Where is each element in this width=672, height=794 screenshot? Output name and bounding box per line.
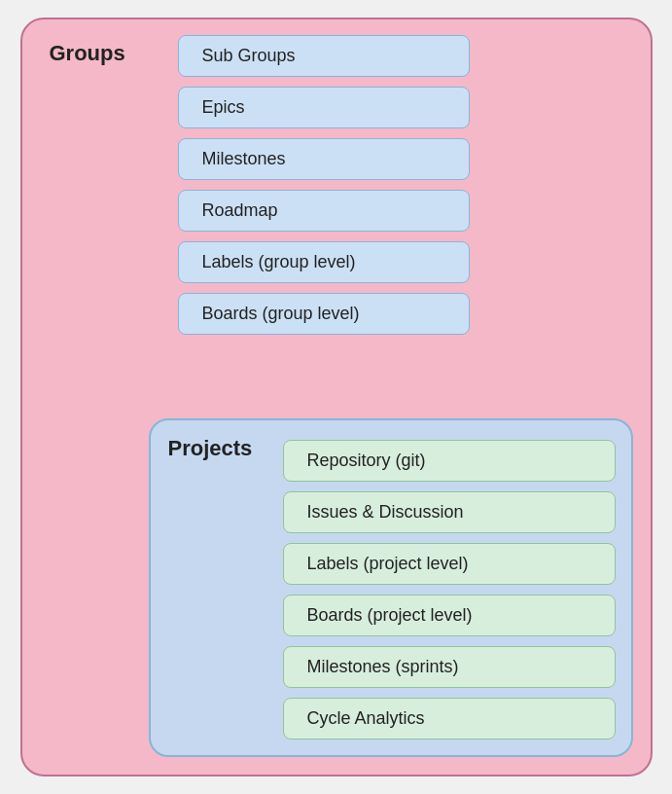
list-item-labels-project: Labels (project level) — [283, 543, 616, 585]
list-item-boards-project: Boards (project level) — [283, 595, 616, 636]
list-item-milestones: Milestones — [178, 138, 470, 180]
list-item-labels-group: Labels (group level) — [178, 241, 470, 283]
projects-items-list: Repository (git) Issues & Discussion Lab… — [283, 440, 616, 740]
list-item-milestones-sprints: Milestones (sprints) — [283, 646, 616, 688]
projects-label: Projects — [168, 436, 253, 461]
list-item-boards-group: Boards (group level) — [178, 293, 470, 335]
list-item-epics: Epics — [178, 87, 470, 128]
list-item-sub-groups: Sub Groups — [178, 35, 470, 77]
list-item-issues: Issues & Discussion — [283, 491, 616, 533]
projects-container: Projects Repository (git) Issues & Discu… — [149, 418, 633, 757]
groups-container: Groups Sub Groups Epics Milestones Roadm… — [20, 18, 653, 776]
list-item-repository: Repository (git) — [283, 440, 616, 482]
groups-label: Groups — [50, 41, 125, 66]
list-item-cycle-analytics: Cycle Analytics — [283, 698, 616, 740]
list-item-roadmap: Roadmap — [178, 190, 470, 232]
groups-items-list: Sub Groups Epics Milestones Roadmap Labe… — [178, 35, 470, 335]
